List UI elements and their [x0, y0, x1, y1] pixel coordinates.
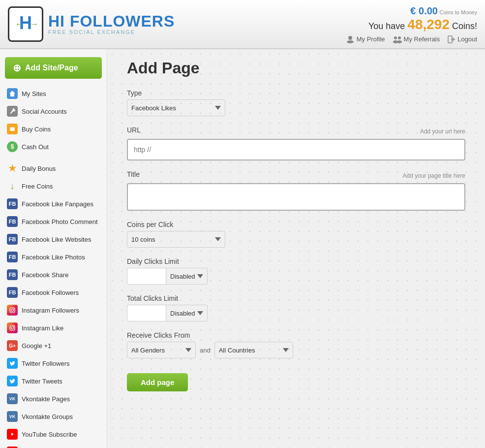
type-label: Type — [127, 89, 465, 97]
coins-icon — [7, 124, 18, 134]
svg-point-4 — [347, 40, 354, 43]
daily-clicks-label: Daily Clicks Limit — [127, 257, 465, 265]
star-icon: ★ — [7, 163, 18, 174]
svg-point-19 — [11, 327, 14, 329]
coins-to-money-display: € 0.00 Coins to Money — [346, 5, 477, 17]
sidebar-item-label: Daily Bonus — [22, 165, 56, 172]
logo-subtitle: FREE SOCIAL EXCHANGE — [48, 29, 175, 35]
sidebar-item-instagram-like[interactable]: Instagram Like — [0, 319, 107, 337]
sidebar-item-buy-coins[interactable]: Buy Coins — [0, 120, 107, 138]
coins-suffix: Coins! — [452, 21, 477, 31]
coins-display: You have 48,292 Coins! — [346, 17, 477, 32]
sidebar-item-google-plus[interactable]: G+ Google +1 — [0, 337, 107, 354]
vk-icon: VK — [7, 393, 18, 404]
coin-count: 48,292 — [407, 17, 450, 32]
fb-icon: FB — [7, 252, 18, 262]
main-layout: ⊕ Add Site/Page My Sites Social Accounts — [0, 49, 485, 448]
sidebar-item-free-coins[interactable]: ↓ Free Coins — [0, 177, 107, 195]
coins-per-click-group: Coins per Click 10 coins 20 coins 30 coi… — [127, 221, 465, 248]
title-input[interactable] — [127, 183, 465, 211]
twitter-icon — [7, 358, 18, 369]
header-right: € 0.00 Coins to Money You have 48,292 Co… — [346, 5, 477, 43]
and-text: and — [200, 347, 211, 354]
sidebar-item-yt-comment[interactable]: Youtube Comment — [0, 443, 107, 448]
sidebar-item-fb-like-fanpages[interactable]: FB Facebook Like Fanpages — [0, 195, 107, 213]
url-group: URL Add your url here — [127, 126, 465, 160]
type-group: Type Facebook Likes Twitter Followers In… — [127, 89, 465, 116]
arrow-down-icon: ↓ — [7, 181, 18, 192]
sidebar-item-label: Vkontakte Groups — [22, 413, 73, 420]
svg-text:←: ← — [15, 19, 24, 29]
profile-icon — [346, 35, 355, 43]
google-icon: G+ — [7, 340, 18, 351]
daily-limit-select[interactable]: Disabled 50 100 200 — [166, 268, 208, 285]
sidebar-item-label: Instagram Followers — [22, 307, 79, 314]
plus-icon: ⊕ — [13, 62, 21, 74]
sidebar-item-fb-followers[interactable]: FB Facebook Followers — [0, 284, 107, 301]
sidebar-item-label: My Sites — [22, 90, 46, 97]
coins-per-click-select[interactable]: 10 coins 20 coins 30 coins 40 coins — [127, 231, 225, 248]
countries-select[interactable]: All Countries USA UK Canada — [214, 342, 293, 358]
coins-per-click-label: Coins per Click — [127, 221, 465, 228]
add-site-button[interactable]: ⊕ Add Site/Page — [5, 57, 102, 79]
logo-text: HI FOLLOWERS FREE SOCIAL EXCHANGE — [48, 13, 175, 35]
sidebar-item-label: Facebook Like Fanpages — [22, 200, 93, 208]
svg-point-17 — [13, 308, 14, 309]
sidebar-item-label: Twitter Followers — [22, 360, 70, 367]
svg-point-14 — [10, 129, 15, 131]
total-limit-number-input[interactable] — [127, 305, 166, 321]
sidebar-item-vk-groups[interactable]: VK Vkontakte Groups — [0, 408, 107, 425]
receive-clicks-group: Receive Clicks From All Genders Male Fem… — [127, 331, 465, 358]
sidebar-item-social-accounts[interactable]: Social Accounts — [0, 102, 107, 120]
daily-limit-number-input[interactable] — [127, 268, 166, 285]
type-select[interactable]: Facebook Likes Twitter Followers Instagr… — [127, 99, 225, 116]
sidebar: ⊕ Add Site/Page My Sites Social Accounts — [0, 49, 107, 448]
sidebar-item-label: Google +1 — [22, 342, 51, 350]
main-content: Add Page Type Facebook Likes Twitter Fol… — [107, 49, 485, 448]
twitter-icon — [7, 376, 18, 386]
logout-link[interactable]: Logout — [448, 35, 477, 43]
youtube-icon — [7, 429, 18, 440]
sidebar-item-fb-share[interactable]: FB Facebook Share — [0, 266, 107, 284]
url-label-row: URL Add your url here — [127, 126, 465, 136]
sidebar-item-fb-photo-comment[interactable]: FB Facebook Photo Comment — [0, 213, 107, 230]
url-hint: Add your url here — [420, 128, 465, 135]
sidebar-item-instagram-followers[interactable]: Instagram Followers — [0, 301, 107, 319]
receive-clicks-row: All Genders Male Female and All Countrie… — [127, 342, 465, 358]
url-label: URL — [127, 126, 141, 134]
fb-icon: FB — [7, 269, 18, 280]
sidebar-item-label: Facebook Like Websites — [22, 236, 91, 243]
sidebar-item-fb-like-photos[interactable]: FB Facebook Like Photos — [0, 248, 107, 266]
daily-clicks-row: Disabled 50 100 200 — [127, 268, 465, 285]
sidebar-item-my-sites[interactable]: My Sites — [0, 85, 107, 102]
logout-icon — [448, 35, 455, 43]
header: H ← → HI FOLLOWERS FREE SOCIAL EXCHANGE … — [0, 0, 485, 49]
sidebar-item-yt-subscribe[interactable]: YouTube Subscribe — [0, 425, 107, 443]
wrench-icon — [7, 106, 18, 117]
sidebar-item-cash-out[interactable]: $ Cash Out — [0, 138, 107, 156]
sidebar-item-daily-bonus[interactable]: ★ Daily Bonus — [0, 160, 107, 177]
fb-icon: FB — [7, 234, 18, 245]
you-have-text: You have — [368, 21, 405, 31]
sidebar-item-label: Facebook Followers — [22, 289, 79, 296]
my-referrals-link[interactable]: My Referrals — [393, 35, 440, 43]
nav-links: My Profile My Referrals Logout — [346, 35, 477, 43]
fb-icon: FB — [7, 287, 18, 298]
svg-text:→: → — [30, 19, 38, 29]
gender-select[interactable]: All Genders Male Female — [127, 342, 196, 358]
svg-point-8 — [397, 40, 402, 43]
svg-marker-11 — [9, 91, 15, 96]
vk-icon: VK — [7, 411, 18, 422]
add-page-button[interactable]: Add page — [127, 373, 188, 391]
title-group: Title Add your page title here — [127, 170, 465, 211]
sidebar-item-twitter-followers[interactable]: Twitter Followers — [0, 354, 107, 372]
sidebar-item-fb-like-websites[interactable]: FB Facebook Like Websites — [0, 230, 107, 248]
sidebar-item-label: Buy Coins — [22, 126, 51, 133]
total-limit-select[interactable]: Disabled 100 500 1000 — [166, 305, 208, 321]
page-title: Add Page — [127, 59, 465, 77]
my-profile-link[interactable]: My Profile — [346, 35, 385, 43]
sidebar-item-twitter-tweets[interactable]: Twitter Tweets — [0, 372, 107, 390]
fb-icon: FB — [7, 216, 18, 227]
sidebar-item-vk-pages[interactable]: VK Vkontakte Pages — [0, 390, 107, 408]
url-input[interactable] — [127, 139, 465, 160]
